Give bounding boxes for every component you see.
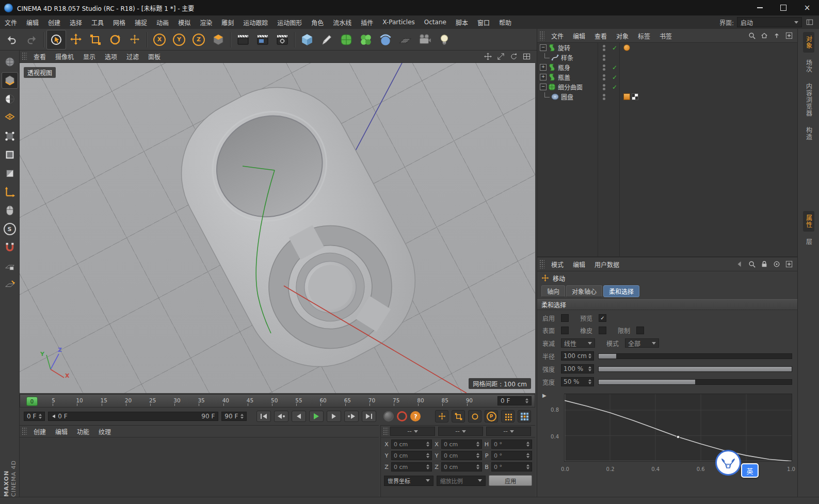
- record-parameter-toggle[interactable]: P: [485, 410, 498, 422]
- add-panel-icon[interactable]: [784, 31, 793, 40]
- tab-content-browser[interactable]: 内容浏览器: [803, 79, 814, 120]
- radius-field[interactable]: 100 cm: [561, 351, 594, 361]
- object-name[interactable]: 样条: [561, 53, 573, 62]
- object-name[interactable]: 细分曲面: [558, 83, 583, 91]
- material-menu-item[interactable]: 功能: [72, 427, 94, 436]
- panel-grip[interactable]: [22, 427, 27, 435]
- position-z-field[interactable]: 0 cm: [391, 462, 432, 472]
- attribute-menu-item[interactable]: 用户数据: [590, 260, 624, 269]
- object-name[interactable]: 瓶盖: [558, 73, 570, 82]
- limit-checkbox[interactable]: [636, 327, 644, 334]
- menu-item[interactable]: 文件: [0, 18, 22, 27]
- preview-range-slider[interactable]: 0 F 90 F: [48, 412, 218, 421]
- viewport-menu-item[interactable]: 显示: [78, 52, 100, 61]
- add-environment-button[interactable]: [395, 30, 415, 50]
- viewport-menu-item[interactable]: 面板: [143, 52, 165, 61]
- help-circle-button[interactable]: ?: [410, 411, 421, 421]
- render-settings-button[interactable]: [272, 30, 292, 50]
- enable-axis-button[interactable]: [2, 184, 18, 200]
- record-position-toggle[interactable]: [435, 410, 448, 422]
- undo-button[interactable]: [2, 30, 22, 50]
- menu-item[interactable]: 帮助: [494, 18, 516, 27]
- menu-item[interactable]: 渲染: [195, 18, 217, 27]
- visibility-dots[interactable]: [598, 55, 609, 61]
- minimize-button[interactable]: [748, 0, 772, 15]
- maximize-button[interactable]: [772, 0, 795, 15]
- prev-frame-button[interactable]: [292, 411, 306, 422]
- enabled-check[interactable]: ✓: [609, 84, 620, 91]
- tab-takes[interactable]: 场次: [803, 56, 814, 76]
- coordinate-system-button[interactable]: [208, 30, 228, 50]
- add-panel-icon[interactable]: [784, 260, 793, 269]
- rotate-view-icon[interactable]: [509, 52, 518, 61]
- home-icon[interactable]: [760, 31, 768, 40]
- add-deformer-button[interactable]: [376, 30, 395, 50]
- point-mode-button[interactable]: [2, 128, 18, 144]
- mode-dropdown[interactable]: 全部: [625, 338, 659, 348]
- material-menu-item[interactable]: 纹理: [94, 427, 116, 436]
- expander-icon[interactable]: −: [540, 84, 547, 90]
- record-scale-toggle[interactable]: [452, 410, 465, 422]
- viewport-canvas[interactable]: 透视视图 网格间距 : 100 cm Z Y X: [20, 63, 535, 393]
- object-manager-menu-item[interactable]: 编辑: [568, 31, 590, 40]
- panel-grip[interactable]: [383, 427, 388, 435]
- menu-item[interactable]: Octane: [420, 19, 451, 26]
- viewport-menu-item[interactable]: 选项: [100, 52, 122, 61]
- ime-indicator[interactable]: 英: [715, 450, 772, 481]
- interface-dropdown[interactable]: 启动: [737, 17, 802, 27]
- visibility-dots[interactable]: [598, 74, 609, 80]
- autokey-button[interactable]: [397, 411, 407, 421]
- preview-checkbox[interactable]: ✓: [599, 314, 606, 322]
- object-manager-menu-item[interactable]: 查看: [590, 31, 612, 40]
- rubber-checkbox[interactable]: [599, 327, 606, 334]
- live-selection-tool[interactable]: [46, 30, 66, 50]
- object-row[interactable]: − 细分曲面 ✓: [537, 82, 797, 92]
- keyframe-selection-button[interactable]: [518, 410, 531, 422]
- menu-item[interactable]: 创建: [43, 18, 65, 27]
- viewport-menu-item[interactable]: 查看: [29, 52, 51, 61]
- parent-up-icon[interactable]: [772, 31, 781, 40]
- view-label[interactable]: 透视视图: [24, 67, 56, 78]
- edge-mode-button[interactable]: [2, 147, 18, 163]
- menu-item[interactable]: 运动图形: [272, 18, 307, 27]
- menu-item[interactable]: 捕捉: [130, 18, 152, 27]
- tab-attributes[interactable]: 属性: [803, 211, 814, 232]
- move-tool[interactable]: [66, 30, 86, 50]
- object-row[interactable]: + 瓶盖 ✓: [537, 72, 797, 82]
- radius-slider[interactable]: [598, 353, 792, 359]
- width-field[interactable]: 50 %: [561, 377, 594, 386]
- rotation-p-field[interactable]: 0 °: [491, 451, 532, 460]
- workplane-mode-button[interactable]: [2, 109, 18, 126]
- lock-x-axis-button[interactable]: X: [150, 30, 169, 50]
- redo-button[interactable]: [22, 30, 41, 50]
- material-tag-icon[interactable]: [623, 93, 630, 100]
- add-camera-button[interactable]: [415, 30, 435, 50]
- layout-icon[interactable]: [805, 18, 814, 27]
- material-menu-item[interactable]: 创建: [29, 427, 51, 436]
- apply-button[interactable]: 应用: [489, 475, 532, 486]
- object-row[interactable]: − 旋转 ✓: [537, 43, 797, 53]
- timeline-playhead[interactable]: 0: [26, 397, 38, 406]
- curve-expander-icon[interactable]: ▶: [542, 393, 547, 398]
- section-header[interactable]: 柔和选择: [537, 299, 797, 310]
- position-x-field[interactable]: 0 cm: [391, 440, 432, 449]
- rotation-b-field[interactable]: 0 °: [491, 462, 532, 472]
- record-keyframe-button[interactable]: [383, 411, 394, 421]
- enable-checkbox[interactable]: [561, 314, 569, 322]
- align-workplane-button[interactable]: [2, 277, 18, 293]
- menu-item[interactable]: 网格: [108, 18, 130, 27]
- start-frame-field[interactable]: 0 F: [24, 412, 45, 421]
- menu-item[interactable]: 脚本: [451, 18, 473, 27]
- model-mode-button[interactable]: [2, 72, 18, 89]
- tab-axis[interactable]: 轴向: [541, 285, 565, 297]
- focus-target-icon[interactable]: [772, 260, 781, 269]
- lock-y-axis-button[interactable]: Y: [169, 30, 189, 50]
- add-primitive-button[interactable]: [297, 30, 317, 50]
- object-tree[interactable]: − 旋转 ✓ 样条 + 瓶身 ✓: [537, 43, 797, 256]
- expander-icon[interactable]: +: [540, 74, 547, 80]
- record-rotation-toggle[interactable]: [468, 410, 481, 422]
- size-header-dropdown[interactable]: --: [438, 427, 483, 436]
- play-button[interactable]: [309, 411, 324, 422]
- size-x-field[interactable]: 0 cm: [441, 440, 482, 449]
- add-mograph-button[interactable]: [356, 30, 376, 50]
